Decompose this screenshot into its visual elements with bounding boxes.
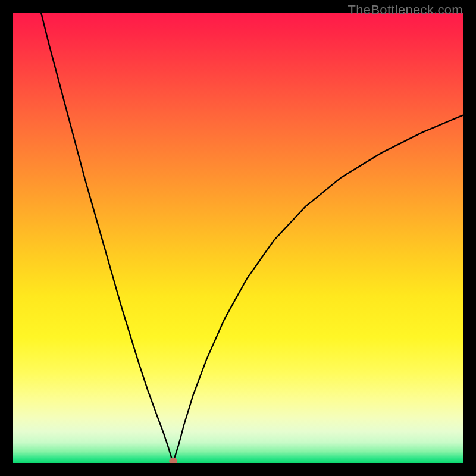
curve-left-branch	[40, 13, 173, 461]
watermark-text: TheBottleneck.com	[348, 2, 463, 18]
curve-svg	[13, 13, 463, 463]
curve-right-branch	[173, 115, 463, 461]
touch-point-marker	[169, 458, 177, 463]
plot-area	[13, 13, 463, 463]
